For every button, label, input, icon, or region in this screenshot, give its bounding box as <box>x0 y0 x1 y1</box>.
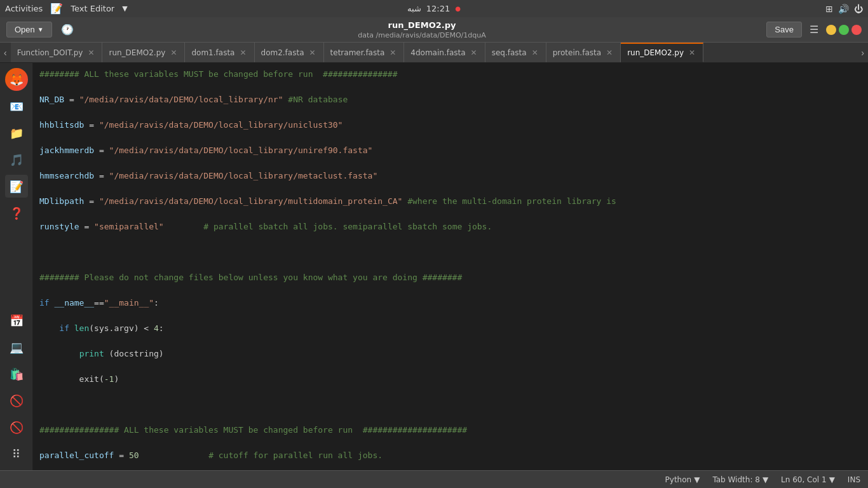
position-label: Ln 60, Col 1 <box>781 475 827 484</box>
editor-container[interactable]: ######## ALL these variables MUST be cha… <box>33 63 868 470</box>
code-line: exit(-1) <box>33 373 868 386</box>
tab-label: 4domain.fasta <box>410 48 465 57</box>
toolbar-center: run_DEMO2.py data /media/ravis/data/DEMO… <box>358 20 485 39</box>
tab-label: seq.fasta <box>492 48 527 57</box>
network-icon[interactable]: ⊞ <box>825 4 833 14</box>
open-label: Open <box>15 25 35 34</box>
sidebar-icon-terminal[interactable]: 💻 <box>5 336 28 358</box>
tab-width-arrow: ▼ <box>763 475 768 484</box>
language-arrow: ▼ <box>694 475 700 484</box>
toolbar-right: Save ☰ ─ □ ✕ <box>766 22 862 37</box>
tab-label: protein.fasta <box>553 48 601 57</box>
tab-close[interactable]: ✕ <box>238 48 247 57</box>
sidebar-icon-mail[interactable]: 📧 <box>5 95 28 118</box>
code-line: print (docstring) <box>33 348 868 360</box>
tab-close[interactable]: ✕ <box>388 48 397 57</box>
system-bar-center: شبه 12:21 ● <box>407 4 461 13</box>
sidebar-icon-store[interactable]: 🛍️ <box>5 362 28 385</box>
code-line: ######## Please do not change files belo… <box>33 271 868 284</box>
tab-label: run_DEMO2.py <box>627 48 684 57</box>
tab-close[interactable]: ✕ <box>605 48 614 57</box>
tab-seq-fasta[interactable]: seq.fasta ✕ <box>485 43 546 62</box>
editor-content[interactable]: ######## ALL these variables MUST be cha… <box>33 63 868 470</box>
tabs-scroll-left[interactable]: ‹ <box>0 43 11 62</box>
sidebar: 🦊 📧 📁 🎵 📝 ❓ 📅 💻 🛍️ 🚫 🚫 ⠿ <box>0 63 33 470</box>
tab-protein-fasta[interactable]: protein.fasta ✕ <box>546 43 621 62</box>
tab-width-label: Tab Width: 8 <box>712 475 759 484</box>
status-bar: Python ▼ Tab Width: 8 ▼ Ln 60, Col 1 ▼ I… <box>0 470 868 488</box>
tab-label: Function_DOIT.py <box>17 48 83 57</box>
code-line: hmmsearchdb = "/media/ravis/data/DEMO/lo… <box>33 170 868 182</box>
notification-dot: ● <box>455 5 461 12</box>
sidebar-icon-help[interactable]: ❓ <box>5 201 28 224</box>
code-line <box>33 246 868 259</box>
sidebar-icon-calendar[interactable]: 📅 <box>5 309 28 332</box>
system-bar-right: ⊞ 🔊 ⏻ <box>825 4 863 14</box>
menu-button[interactable]: ☰ <box>806 22 822 37</box>
tab-dom1-fasta[interactable]: dom1.fasta ✕ <box>185 43 254 62</box>
sidebar-icon-text[interactable]: 📝 <box>5 175 28 198</box>
app-icon: 📝 <box>50 3 63 15</box>
app-toolbar: Open ▼ 🕐 run_DEMO2.py data /media/ravis/… <box>0 17 868 43</box>
code-line: ################ ALL these variables MUS… <box>33 424 868 437</box>
tab-4domain-fasta[interactable]: 4domain.fasta ✕ <box>404 43 485 62</box>
close-button[interactable]: ✕ <box>851 25 862 35</box>
sidebar-icon-music[interactable]: 🎵 <box>5 148 28 171</box>
tab-dom2-fasta[interactable]: dom2.fasta ✕ <box>255 43 324 62</box>
sidebar-icon-error1[interactable]: 🚫 <box>5 389 28 412</box>
sidebar-icon-files[interactable]: 📁 <box>5 121 28 144</box>
code-line: jackhmmerdb = "/media/ravis/data/DEMO/lo… <box>33 144 868 157</box>
tab-run-demo2-active[interactable]: run_DEMO2.py ✕ <box>621 43 703 62</box>
code-line: hhblitsdb = "/media/ravis/data/DEMO/loca… <box>33 119 868 132</box>
tab-tetramer-fasta[interactable]: tetramer.fasta ✕ <box>324 43 405 62</box>
status-language[interactable]: Python ▼ <box>665 475 700 484</box>
tab-close[interactable]: ✕ <box>688 48 696 57</box>
tab-close[interactable]: ✕ <box>470 48 478 57</box>
volume-icon[interactable]: 🔊 <box>838 4 849 14</box>
code-line: if __name__=="__main__": <box>33 297 868 309</box>
sidebar-icon-apps[interactable]: ⠿ <box>5 442 28 465</box>
toolbar-left: Open ▼ 🕐 <box>6 22 78 37</box>
app-menu-arrow[interactable]: ▼ <box>122 4 127 13</box>
file-title: run_DEMO2.py <box>358 20 485 30</box>
window-controls: ─ □ ✕ <box>826 25 862 35</box>
file-path: data /media/ravis/data/DEMO/1dquA <box>358 31 485 39</box>
position-arrow: ▼ <box>829 475 835 484</box>
tab-label: tetramer.fasta <box>330 48 385 57</box>
tabs-container: Function_DOIT.py ✕ run_DEMO2.py ✕ dom1.f… <box>11 43 858 62</box>
tab-label: run_DEMO2.py <box>109 48 165 57</box>
open-arrow: ▼ <box>37 26 44 33</box>
code-line: MDlibpath = "/media/ravis/data/DEMO/loca… <box>33 195 868 208</box>
tab-close[interactable]: ✕ <box>308 48 317 57</box>
tab-run-demo2-1[interactable]: run_DEMO2.py ✕ <box>102 43 185 62</box>
power-icon[interactable]: ⏻ <box>854 4 863 14</box>
ins-label: INS <box>848 475 860 484</box>
activities-label[interactable]: Activities <box>5 4 43 13</box>
status-tab-width[interactable]: Tab Width: 8 ▼ <box>712 475 768 484</box>
tab-close[interactable]: ✕ <box>169 48 178 57</box>
recent-files-button[interactable]: 🕐 <box>57 22 78 37</box>
system-bar: Activities 📝 Text Editor ▼ شبه 12:21 ● ⊞… <box>0 0 868 17</box>
tab-close[interactable]: ✕ <box>86 48 95 57</box>
tabs-bar: ‹ Function_DOIT.py ✕ run_DEMO2.py ✕ dom1… <box>0 43 868 63</box>
code-line: runstyle = "semiparallel" # parallel sba… <box>33 220 868 233</box>
tab-label: dom1.fasta <box>191 48 234 57</box>
sidebar-icon-firefox[interactable]: 🦊 <box>5 68 28 91</box>
app-name-label: Text Editor <box>71 4 114 13</box>
maximize-button[interactable]: □ <box>839 25 849 35</box>
status-position[interactable]: Ln 60, Col 1 ▼ <box>781 475 835 484</box>
minimize-button[interactable]: ─ <box>826 25 836 35</box>
open-button[interactable]: Open ▼ <box>6 22 52 37</box>
tabs-scroll-right[interactable]: › <box>857 43 868 62</box>
system-bar-left: Activities 📝 Text Editor ▼ <box>5 3 128 15</box>
time-display: 12:21 <box>426 4 450 13</box>
sidebar-icon-error2[interactable]: 🚫 <box>5 416 28 438</box>
status-ins[interactable]: INS <box>848 475 860 484</box>
tab-close[interactable]: ✕ <box>531 48 539 57</box>
save-button[interactable]: Save <box>766 22 802 37</box>
code-line: NR_DB = "/media/ravis/data/DEMO/local_li… <box>33 93 868 106</box>
main-area: 🦊 📧 📁 🎵 📝 ❓ 📅 💻 🛍️ 🚫 🚫 ⠿ ######## ALL th… <box>0 63 868 470</box>
tab-function-doit[interactable]: Function_DOIT.py ✕ <box>11 43 103 62</box>
tab-label: dom2.fasta <box>261 48 304 57</box>
language-label: Python <box>665 475 692 484</box>
